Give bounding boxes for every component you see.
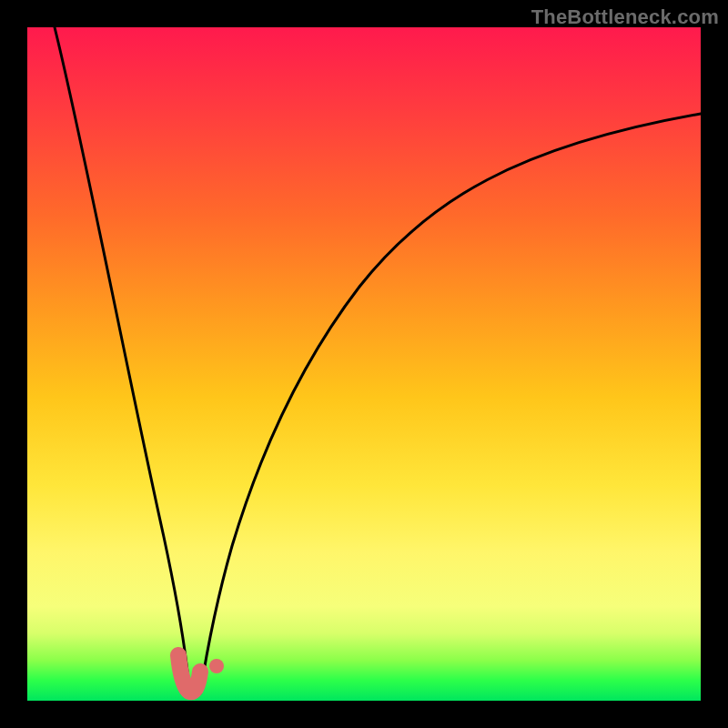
curve-layer [27,27,701,701]
right-branch-curve [200,114,701,693]
highlight-dot-marker [209,659,224,673]
left-branch-curve [55,27,191,693]
plot-area [27,27,701,701]
highlight-u-marker [178,655,200,692]
watermark-text: TheBottleneck.com [531,5,719,29]
chart-frame: TheBottleneck.com [0,0,728,728]
